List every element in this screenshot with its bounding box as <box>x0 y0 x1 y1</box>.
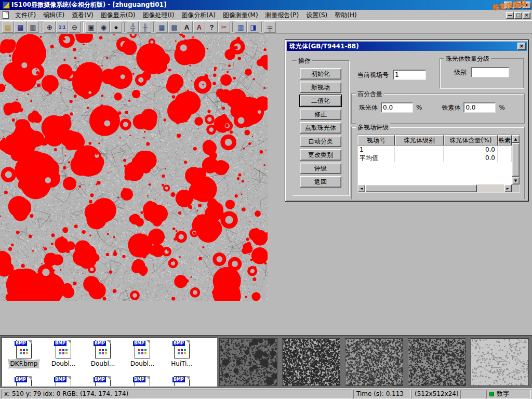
file-item-0[interactable]: BMPDKF.bmp <box>4 340 44 368</box>
help-icon[interactable]: ? <box>206 21 218 33</box>
file-browser[interactable]: BMPDKF.bmpBMPDoubl...BMPDoubl...BMPDoubl… <box>2 337 217 387</box>
thumbnail-2[interactable] <box>282 338 340 386</box>
micrograph-image[interactable] <box>0 34 268 301</box>
table-cell: 1 <box>357 145 395 154</box>
palette-icon[interactable]: ◨ <box>247 21 259 33</box>
op-button-0[interactable]: 初始化 <box>300 68 341 79</box>
cut-icon[interactable]: ✂ <box>218 21 230 33</box>
current-view-input[interactable]: 1 <box>393 70 426 80</box>
dialog-body: 操作 初始化新视场二值化修正点取珠光体自动分类更改类别评级返回 当前视场号 1 … <box>287 51 527 200</box>
menu-item-9[interactable]: 帮助(H) <box>331 10 360 21</box>
file-item-1[interactable]: BMPDoubl... <box>44 340 83 368</box>
table-row[interactable]: 平均值0.0 <box>357 154 512 162</box>
table-vertical-scrollbar[interactable]: ▲ ▼ <box>512 135 520 184</box>
scroll-left-icon[interactable]: ◄ <box>357 184 365 192</box>
status-mode-label: 数字 <box>497 390 509 398</box>
count-grid-icon[interactable]: ▩ <box>168 21 180 33</box>
minimize-button[interactable]: _ <box>504 2 512 9</box>
table-cell <box>395 154 444 162</box>
file-item-4[interactable]: BMPHuiTi... <box>162 340 202 368</box>
file-item-row2-0[interactable]: BMP <box>4 376 44 387</box>
thumbnail-4[interactable] <box>408 338 466 386</box>
file-item-row2-3[interactable]: BMP <box>123 376 162 387</box>
save-icon[interactable]: ▦ <box>15 21 26 33</box>
bmp-file-icon: BMP <box>16 340 32 358</box>
file-item-row2-1[interactable]: BMP <box>44 376 83 387</box>
horizontal-scroll-track[interactable] <box>365 184 504 192</box>
actual-size-icon[interactable]: 1:1 <box>56 21 68 33</box>
op-button-2[interactable]: 二值化 <box>300 95 341 107</box>
open-file-icon[interactable]: ▤ <box>2 21 14 33</box>
dialog-title-bar[interactable]: 珠光体(GB/T9441-88) × <box>287 42 527 51</box>
document-icon[interactable] <box>3 11 9 19</box>
scroll-down-icon[interactable]: ▼ <box>512 177 520 184</box>
op-button-6[interactable]: 更改类别 <box>300 149 341 161</box>
header-view-number[interactable]: 视场号 <box>357 135 395 145</box>
mdi-restore-button[interactable]: □ <box>514 12 522 19</box>
camera-icon[interactable]: ▣ <box>85 21 97 33</box>
grid-icon[interactable]: ▦ <box>156 21 168 33</box>
capture-icon[interactable]: ● <box>110 21 122 33</box>
file-item-row2-2[interactable]: BMP <box>83 376 123 387</box>
op-button-1[interactable]: 新视场 <box>300 82 341 93</box>
file-item-row2-4[interactable]: BMP <box>162 376 202 387</box>
status-cursor-position: x: 510 y: 79 idx: 0 RGB: (174, 174, 174) <box>1 390 352 398</box>
text-annotate-icon[interactable]: A <box>181 21 193 33</box>
thumbnail-1[interactable] <box>219 338 277 386</box>
menu-item-5[interactable]: 图像分析(A) <box>178 10 219 21</box>
title-bar[interactable]: IS100显微摄像系统(金相分析版) - [zhuguangti01] _ □ … <box>0 0 532 10</box>
menu-item-0[interactable]: 文件(F) <box>11 10 39 21</box>
measure-height-icon[interactable]: ╫ <box>139 21 151 33</box>
zoom-in-icon[interactable]: ⊕ <box>44 21 56 33</box>
mdi-close-button[interactable]: × <box>523 12 530 19</box>
maximize-button[interactable]: □ <box>513 2 522 9</box>
thumbnail-5[interactable] <box>471 338 529 386</box>
ferrite-unit: % <box>499 104 504 111</box>
thumbnail-3[interactable] <box>345 338 403 386</box>
menu-item-2[interactable]: 查看(V) <box>68 10 97 21</box>
caliper-icon[interactable]: ╤ <box>264 21 276 33</box>
menu-item-6[interactable]: 图像测量(M) <box>219 10 262 21</box>
menu-item-4[interactable]: 图像处理(I) <box>139 10 178 21</box>
text-edit-icon[interactable]: A <box>193 21 205 33</box>
scroll-up-icon[interactable]: ▲ <box>512 135 520 143</box>
operations-group-label: 操作 <box>297 57 312 65</box>
op-button-8[interactable]: 返回 <box>300 176 341 188</box>
ferrite-input[interactable]: 0.0 <box>463 102 496 113</box>
file-item-2[interactable]: BMPDoubl... <box>83 340 123 368</box>
zoom-out-icon[interactable]: ⊖ <box>69 21 81 33</box>
header-pearlite-content[interactable]: 珠光体含量(%) <box>444 135 498 145</box>
menu-item-1[interactable]: 编辑(E) <box>39 10 68 21</box>
save-icon-glyph: ▦ <box>17 24 23 31</box>
toolbar-separator <box>261 22 262 32</box>
header-ferrite[interactable]: 铁素 <box>498 135 512 145</box>
zoom-in-icon-glyph: ⊕ <box>47 24 52 31</box>
measure-width-icon[interactable]: ╬ <box>127 21 139 33</box>
close-button[interactable]: × <box>523 2 531 9</box>
table-cell: 0.0 <box>444 154 498 162</box>
multi-view-group-label: 多视场评级 <box>356 123 390 132</box>
histogram-icon[interactable]: ▥ <box>235 21 247 33</box>
print-icon[interactable]: ▥ <box>27 21 39 33</box>
dialog-close-button[interactable]: × <box>517 43 526 50</box>
header-pearlite-grade[interactable]: 珠光体级别 <box>395 135 444 145</box>
menu-item-7[interactable]: 测量报告(P) <box>262 10 303 21</box>
grade-input[interactable] <box>471 67 509 77</box>
op-button-7[interactable]: 评级 <box>300 163 341 174</box>
menu-item-3[interactable]: 图像显示(D) <box>97 10 139 21</box>
video-icon[interactable]: ◉ <box>98 21 110 33</box>
op-button-3[interactable]: 修正 <box>300 109 341 120</box>
mdi-minimize-button[interactable]: — <box>506 12 514 19</box>
file-item-3[interactable]: BMPDoubl... <box>123 340 162 368</box>
grade-label: 级别 <box>454 68 467 77</box>
vertical-scroll-thumb[interactable] <box>512 143 520 177</box>
table-row[interactable]: 10.0 <box>357 145 512 154</box>
menu-item-8[interactable]: 设置(S) <box>302 10 331 21</box>
op-button-4[interactable]: 点取珠光体 <box>300 122 341 134</box>
scroll-right-icon[interactable]: ► <box>504 184 512 192</box>
op-button-5[interactable]: 自动分类 <box>300 136 341 147</box>
pearlite-input[interactable]: 0.0 <box>381 102 413 113</box>
table-horizontal-scrollbar[interactable]: ◄ ► <box>357 184 512 192</box>
print-icon-glyph: ▥ <box>30 24 36 31</box>
horizontal-scroll-thumb[interactable] <box>365 184 477 192</box>
